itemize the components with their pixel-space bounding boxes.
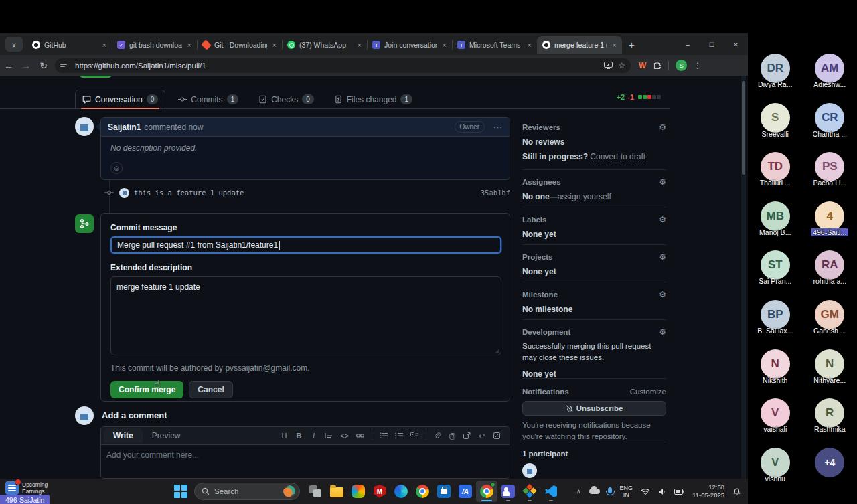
write-tab[interactable]: Write (104, 428, 143, 443)
gear-icon[interactable]: ⚙ (659, 122, 666, 132)
participant-tile[interactable]: Vvishnu (748, 448, 803, 497)
participant-tile[interactable]: SSreevalli (748, 103, 803, 153)
numbered-list-icon[interactable] (380, 432, 388, 439)
gear-icon[interactable]: ⚙ (659, 177, 666, 187)
tab-conversation[interactable]: Conversation 0 (75, 90, 165, 108)
copilot-button[interactable] (347, 481, 369, 502)
commit-hash-link[interactable]: 35ab1bf (481, 189, 510, 197)
bookmark-star-icon[interactable]: ☆ (618, 61, 625, 70)
comment-author[interactable]: Saijatin1 (108, 122, 141, 132)
chrome-button[interactable] (412, 481, 433, 502)
commit-message-input[interactable]: Merge pull request #1 from Saijatin1/fea… (110, 236, 501, 254)
clock[interactable]: 12:5811-05-2025 (692, 483, 724, 500)
tab-files-changed[interactable]: Files changed 1 (327, 90, 420, 108)
comment-menu-icon[interactable]: ··· (493, 123, 503, 131)
unsubscribe-button[interactable]: Unsubscribe (522, 401, 666, 416)
heading-icon[interactable]: H (281, 432, 288, 440)
tab-whatsapp[interactable]: (37) WhatsApp × (282, 36, 367, 54)
participant-tile[interactable]: GMGanesh ... (803, 300, 857, 349)
tab-strip-chevron-button[interactable]: ∨ (5, 37, 23, 52)
participant-tile[interactable]: CRCharitha ... (803, 103, 857, 153)
tab-close-icon[interactable]: × (526, 41, 533, 49)
file-explorer-button[interactable] (326, 481, 347, 502)
minimize-button[interactable]: – (676, 33, 700, 55)
tab-microsoft-teams[interactable]: Microsoft Teams me × (452, 36, 537, 54)
author-avatar[interactable] (75, 117, 94, 136)
teams-button[interactable] (497, 481, 519, 502)
forward-button[interactable]: → (17, 60, 35, 71)
language-indicator[interactable]: ENGIN (620, 485, 633, 499)
tab-github[interactable]: GitHub × (27, 36, 112, 54)
participant-tile[interactable]: RRashmika (803, 398, 857, 448)
tab-git-downloading[interactable]: Git - Downloading Pa × (197, 36, 282, 54)
extension-w-icon[interactable]: W (639, 61, 646, 70)
commit-message-link[interactable]: this is a feature 1 update (134, 189, 244, 197)
participant-tile[interactable]: NNikshith (748, 349, 803, 399)
reload-button[interactable]: ↻ (35, 60, 52, 71)
microsoft-store-button[interactable] (433, 481, 455, 502)
preview-tab[interactable]: Preview (143, 428, 190, 443)
gear-icon[interactable]: ⚙ (659, 252, 666, 262)
volume-icon[interactable] (658, 488, 666, 495)
italic-icon[interactable]: I (310, 432, 317, 440)
participant-tile[interactable]: TDThalluri ... (748, 152, 803, 201)
widgets-button[interactable]: UpcomingEarnings (5, 481, 48, 495)
gear-icon[interactable]: ⚙ (659, 327, 666, 337)
assign-yourself-link[interactable]: assign yourself (558, 192, 611, 201)
back-button[interactable]: ← (0, 60, 17, 71)
extensions-puzzle-icon[interactable] (653, 61, 661, 70)
tab-close-icon[interactable]: × (186, 41, 193, 49)
scrollbar-thumb[interactable] (742, 81, 745, 175)
tab-close-icon[interactable]: × (356, 41, 363, 49)
tab-checks[interactable]: Checks 0 (251, 90, 321, 108)
chrome-active-button[interactable] (476, 481, 497, 502)
diamond-app-button[interactable] (519, 481, 540, 502)
edge-button[interactable] (390, 481, 412, 502)
customize-link[interactable]: Customize (630, 388, 666, 396)
tab-commits[interactable]: Commits 1 (171, 90, 246, 108)
cancel-button[interactable]: Cancel (189, 381, 232, 398)
bold-icon[interactable]: B (295, 432, 303, 440)
participant-tile[interactable]: NNithyare... (803, 349, 857, 399)
participant-tile[interactable]: Vvaishali (748, 398, 803, 448)
taskbar-search[interactable]: Search (194, 483, 300, 500)
participant-tile[interactable]: MBManoj B... (748, 201, 803, 251)
code-icon[interactable]: <> (340, 432, 349, 440)
new-tab-button[interactable]: + (629, 39, 635, 50)
link-icon[interactable] (356, 433, 364, 438)
notification-center-icon[interactable] (732, 487, 741, 496)
bullet-list-icon[interactable] (395, 432, 403, 439)
tab-join-conversation[interactable]: Join conversation × (367, 36, 452, 54)
task-list-icon[interactable] (410, 432, 418, 439)
attach-file-icon[interactable] (434, 432, 441, 440)
committer-avatar[interactable] (119, 188, 129, 198)
comment-input[interactable]: Add your comment here... (101, 444, 510, 479)
participant-tile[interactable]: STSai Pran... (748, 250, 803, 300)
mcafee-button[interactable]: M (369, 481, 390, 502)
confirm-merge-button[interactable]: Confirm merge (110, 381, 183, 398)
participant-tile-self[interactable]: 4496-SaiJ... (803, 201, 857, 251)
send-to-device-icon[interactable] (604, 62, 613, 69)
tab-git-bash-download[interactable]: git bash download - × (112, 36, 197, 54)
participant-tile[interactable]: DRDivya Ra... (748, 54, 803, 103)
blue-app-button[interactable]: /A (455, 481, 476, 502)
tab-merge-feature-active[interactable]: merge feature 1 upd × (537, 36, 622, 54)
emoji-reaction-button[interactable]: ☺ (110, 162, 123, 174)
reply-icon[interactable]: ↩ (478, 432, 485, 440)
page-scrollbar[interactable] (741, 76, 746, 479)
microphone-icon[interactable] (608, 487, 612, 493)
gear-icon[interactable]: ⚙ (659, 215, 666, 224)
participant-tile[interactable]: BPB. Sai lax... (748, 300, 803, 349)
mention-icon[interactable]: @ (449, 432, 456, 440)
tab-close-icon[interactable]: × (441, 41, 448, 49)
browser-menu-icon[interactable]: ⋮ (694, 61, 702, 70)
maximize-button[interactable]: □ (700, 33, 724, 55)
url-text[interactable]: https://github.com/Saijatin1/mlsc/pull/1 (75, 62, 599, 70)
participant-tile[interactable]: AMAdieshw... (803, 54, 857, 103)
participant-tile[interactable]: RArohitha a... (803, 250, 857, 300)
convert-to-draft-link[interactable]: Convert to draft (590, 152, 645, 161)
battery-icon[interactable] (674, 489, 684, 495)
vscode-button[interactable] (540, 481, 562, 502)
cross-reference-icon[interactable] (463, 432, 471, 439)
search-highlight-icon[interactable] (283, 485, 295, 497)
